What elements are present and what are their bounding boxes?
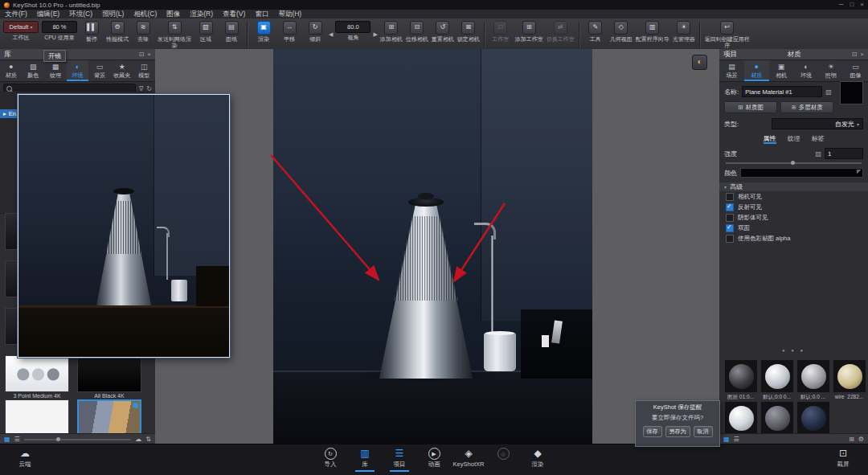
- material-thumbnail-image[interactable]: [724, 359, 758, 393]
- tab-properties[interactable]: 属性: [764, 134, 776, 144]
- keyvr-button[interactable]: ◎: [486, 448, 520, 472]
- tab-material[interactable]: ●材质: [744, 60, 769, 81]
- tab-environments[interactable]: ◐环境: [67, 60, 89, 81]
- toolbar-fov[interactable]: 80.0 视角: [334, 19, 372, 50]
- fov-field[interactable]: 80.0: [335, 21, 371, 33]
- toolbar-denoise-button[interactable]: ≋ 去噪: [130, 19, 156, 50]
- env-thumb-all-black[interactable]: All Black 4K: [77, 355, 141, 400]
- keyshotxr-button[interactable]: ◈ KeyShotXR: [452, 448, 485, 472]
- library-button[interactable]: ▥ 库: [348, 448, 382, 472]
- render-queue-button[interactable]: ◆ 渲染: [521, 448, 555, 472]
- color-swatch[interactable]: [740, 168, 863, 178]
- animation-button[interactable]: ▶ 动画: [417, 448, 451, 472]
- tab-scene[interactable]: ▤场景: [719, 60, 744, 81]
- list-view-icon[interactable]: ☰: [14, 436, 20, 443]
- toolbar-reset-camera-button[interactable]: ↺ 重置相机: [430, 19, 456, 50]
- menu-file[interactable]: 文件(F): [0, 10, 32, 18]
- menu-environment[interactable]: 环境(C): [64, 10, 97, 18]
- toolbar-studio-button[interactable]: □ 工作室: [488, 19, 514, 50]
- menu-window[interactable]: 窗口: [250, 10, 273, 18]
- advanced-section-header[interactable]: ▾ 高级: [719, 182, 868, 191]
- tab-textures[interactable]: 纹理: [788, 134, 800, 144]
- material-name-input[interactable]: [742, 86, 822, 97]
- toolbar-pause-button[interactable]: ▌▌ 暂停: [79, 19, 104, 50]
- material-preview-swatch[interactable]: [840, 81, 863, 104]
- toolbar-configurator-wizard-button[interactable]: ▥ 配置程序向导: [634, 19, 671, 50]
- material-graph-button[interactable]: ⊞材质图: [724, 101, 777, 113]
- checkbox[interactable]: [726, 235, 734, 243]
- tab-environment[interactable]: ◐环境: [793, 60, 818, 81]
- menu-edit[interactable]: 编辑(E): [32, 10, 64, 18]
- material-thumb[interactable]: wire_2282...: [833, 359, 866, 401]
- menu-render[interactable]: 渲染(R): [185, 10, 218, 18]
- more-dots[interactable]: ● ● ●: [719, 348, 868, 353]
- fov-increase-button[interactable]: ▶: [372, 31, 378, 38]
- cloud-button[interactable]: ☁ 云端: [8, 448, 42, 469]
- toolbar-geometry-view-button[interactable]: ◇ 几何视图: [608, 19, 634, 50]
- toolbar-tools-button[interactable]: ✎ 工具: [583, 19, 608, 50]
- tab-favorites[interactable]: ★收藏夹: [111, 60, 133, 81]
- toolbar-add-camera-button[interactable]: ⊞ 添加相机: [379, 19, 404, 50]
- texture-map-icon[interactable]: ▨: [815, 150, 821, 158]
- cloud-download-icon[interactable]: ☁: [135, 436, 141, 443]
- env-thumb[interactable]: [5, 399, 69, 438]
- material-thumb[interactable]: [760, 401, 793, 435]
- toolbar-performance-mode-button[interactable]: ⚙ 性能模式: [104, 19, 130, 50]
- toolbar-tilt-button[interactable]: ↻ 倾斜: [302, 19, 328, 50]
- import-button[interactable]: ↻ 导入: [313, 448, 347, 472]
- tab-colors[interactable]: ▨颜色: [23, 60, 45, 81]
- env-thumbnail-image[interactable]: [77, 355, 141, 392]
- float-panel-icon[interactable]: ⊡: [139, 51, 145, 58]
- option-double-sided[interactable]: 双面: [719, 223, 868, 233]
- settings-icon[interactable]: ⚙: [858, 436, 864, 443]
- checkbox[interactable]: [726, 224, 734, 232]
- material-type-dropdown[interactable]: 自发光▾: [772, 118, 863, 129]
- tab-textures[interactable]: ▦纹理: [44, 60, 67, 81]
- env-thumb-selected[interactable]: [77, 399, 141, 438]
- env-thumbnail-image[interactable]: [77, 399, 141, 438]
- material-thumbnail-image[interactable]: [760, 359, 794, 393]
- project-button[interactable]: ☰ 项目: [383, 448, 416, 472]
- toolbar-add-studio-button[interactable]: ⊞ 添加工作室: [514, 19, 545, 50]
- realtime-viewport[interactable]: ◐: [155, 49, 719, 444]
- checkbox[interactable]: [726, 214, 734, 222]
- maximize-button[interactable]: □: [850, 1, 854, 9]
- slider-knob[interactable]: [791, 161, 795, 165]
- float-panel-icon[interactable]: ⊡: [852, 51, 858, 58]
- intensity-input[interactable]: [825, 148, 863, 159]
- material-thumbnail-image[interactable]: [724, 401, 758, 435]
- option-camera-visible[interactable]: 相机可见: [719, 191, 868, 202]
- option-use-color-map-alpha[interactable]: 使用色彩贴图 alpha: [719, 233, 868, 244]
- env-thumbnail-image[interactable]: [5, 355, 69, 392]
- material-thumb[interactable]: [724, 401, 757, 435]
- toolbar-cpu-usage[interactable]: 80 % CPU 使用量: [40, 19, 79, 50]
- toolbar-render-button[interactable]: ▣ 渲染: [251, 19, 276, 50]
- tab-lighting[interactable]: ☀照明: [818, 60, 843, 81]
- toolbar-switch-studio-button[interactable]: ⇄ 切换工作室: [545, 19, 576, 50]
- toolbar-light-manager-button[interactable]: ☀ 光管理器: [671, 19, 697, 50]
- option-shadow-visible[interactable]: 阴影体可见: [719, 212, 868, 223]
- cpu-usage-field[interactable]: 80 %: [42, 21, 77, 33]
- tab-backplates[interactable]: ▭背景: [88, 60, 111, 81]
- screenshot-button[interactable]: ⊡ 截屏: [826, 448, 860, 469]
- minimize-button[interactable]: ─: [839, 1, 844, 9]
- save-as-button[interactable]: 另存为: [665, 426, 690, 437]
- toolbar-network-render-button[interactable]: ⇅ 发送到网络渲染: [156, 19, 193, 50]
- color-picker-icon[interactable]: ▧: [825, 88, 832, 96]
- hdri-editor-icon[interactable]: ◐: [692, 55, 707, 70]
- env-thumb-3-point-medium[interactable]: 3 Point Medium 4K: [5, 355, 69, 400]
- option-reflection-visible[interactable]: 反射可见: [719, 202, 868, 212]
- tab-materials[interactable]: ●材质: [0, 60, 23, 81]
- toolbar-lock-camera-button[interactable]: ⊠ 锁定相机: [456, 19, 481, 50]
- tab-labels[interactable]: 标签: [812, 134, 825, 144]
- menu-lighting[interactable]: 照明(L): [97, 10, 129, 18]
- close-panel-icon[interactable]: ×: [860, 51, 864, 58]
- toolbar-paper-button[interactable]: ▤ 图纸: [219, 19, 244, 50]
- cancel-button[interactable]: 取消: [694, 426, 713, 437]
- reference-image-window[interactable]: [18, 94, 230, 358]
- menu-image[interactable]: 图像: [162, 10, 185, 18]
- tab-models[interactable]: ◫模型: [133, 60, 155, 81]
- close-button[interactable]: ×: [860, 1, 864, 9]
- toolbar-pan-button[interactable]: ↔ 平移: [276, 19, 302, 50]
- material-thumb[interactable]: 图层 01:0...: [724, 359, 757, 401]
